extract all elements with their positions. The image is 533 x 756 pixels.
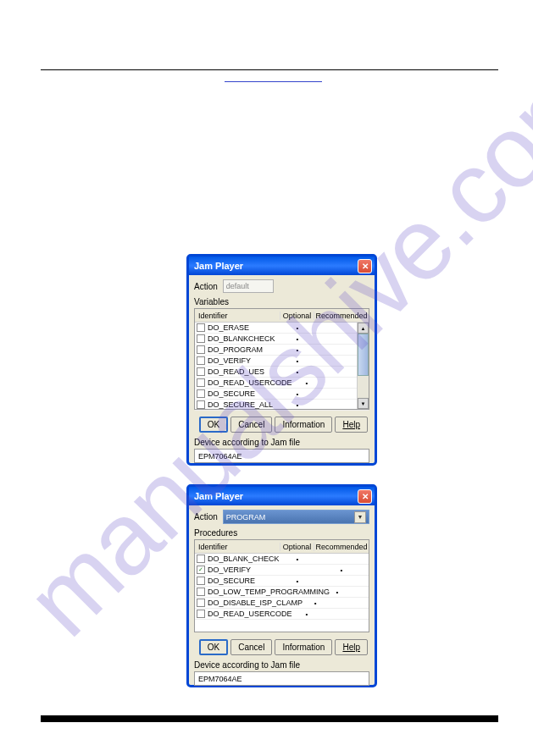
row-recommended: • [314,566,369,574]
titlebar: Jam Player ✕ [189,257,375,275]
checkbox[interactable] [197,334,205,343]
table-row: DO_PROGRAM• [195,345,369,356]
row-optional: • [330,588,345,596]
row-optional: • [280,357,314,365]
table-row: DO_READ_USERCODE• [195,378,369,389]
footer-bar [41,715,498,722]
row-identifier: DO_READ_USERCODE [208,610,292,618]
row-identifier: DO_ERASE [208,323,249,332]
procedures-label: Procedures [194,528,369,538]
table-row: DO_BLANK_CHECK• [195,554,369,565]
table-row: DO_READ_UES• [195,367,369,378]
checkbox[interactable] [197,610,205,618]
row-optional: • [292,379,322,387]
table-row: DO_DISABLE_ISP_CLAMP• [195,598,369,609]
row-optional: • [280,324,314,332]
procedures-table: Identifier Optional Recommended DO_BLANK… [194,539,369,632]
device-input[interactable] [194,449,369,463]
table-header-row: Identifier Optional Recommended [195,309,369,323]
table-row: DO_LOW_TEMP_PROGRAMMING• [195,587,369,598]
checkbox[interactable] [197,389,205,398]
action-select-value: PROGRAM [226,513,266,521]
action-label: Action [194,282,218,291]
checkbox[interactable] [197,367,205,376]
row-identifier: DO_READ_USERCODE [208,378,292,387]
row-identifier: DO_SECURE [208,577,255,585]
row-optional: • [280,346,314,354]
cancel-button[interactable]: Cancel [230,639,272,655]
dialog-title: Jam Player [194,491,243,501]
header-recommended: Recommended [314,543,369,551]
titlebar: Jam Player ✕ [189,487,375,505]
header-optional: Optional [280,543,314,551]
scrollbar[interactable]: ▲ ▼ [357,323,369,409]
information-button[interactable]: Information [275,639,332,655]
help-button[interactable]: Help [335,417,368,433]
row-identifier: DO_LOW_TEMP_PROGRAMMING [208,588,330,596]
jam-player-dialog-1: Jam Player ✕ Action Variables Identifier… [186,254,377,466]
checkbox[interactable] [197,577,205,585]
checkbox[interactable] [197,323,205,332]
cancel-button[interactable]: Cancel [230,417,272,433]
row-identifier: DO_BLANKCHECK [208,334,275,343]
table-row: DO_ERASE• [195,323,369,334]
table-row: ✓DO_VERIFY• [195,565,369,576]
table-header-row: Identifier Optional Recommended [195,540,369,554]
information-button[interactable]: Information [275,417,332,433]
row-optional: • [280,335,314,343]
variables-table: Identifier Optional Recommended DO_ERASE… [194,308,369,410]
variables-label: Variables [194,297,369,306]
header-identifier: Identifier [195,312,280,320]
header-recommended: Recommended [314,312,369,320]
row-optional: • [292,610,322,618]
table-row: DO_BLANKCHECK• [195,334,369,345]
scroll-thumb[interactable] [358,334,369,376]
row-identifier: DO_DISABLE_ISP_CLAMP [208,599,303,607]
checkbox[interactable]: ✓ [197,566,205,574]
table-row: DO_READ_USERCODE• [195,609,369,620]
checkbox[interactable] [197,588,205,596]
row-identifier: DO_VERIFY [208,356,251,365]
row-identifier: DO_SECURE_ALL [208,400,273,409]
row-optional: • [280,390,314,398]
row-identifier: DO_PROGRAM [208,345,263,354]
checkbox[interactable] [197,555,205,563]
row-identifier: DO_BLANK_CHECK [208,555,280,563]
ok-button[interactable]: OK [199,417,228,433]
close-icon[interactable]: ✕ [358,259,372,273]
ok-button[interactable]: OK [199,639,228,655]
scroll-down-icon[interactable]: ▼ [358,398,369,409]
checkbox[interactable] [197,345,205,354]
dialog-title: Jam Player [194,261,243,271]
jam-player-dialog-2: Jam Player ✕ Action PROGRAM ▼ Procedures… [186,484,377,687]
header-optional: Optional [280,312,314,320]
header-identifier: Identifier [195,543,280,551]
row-optional: • [280,368,314,376]
scroll-up-icon[interactable]: ▲ [358,323,369,334]
table-row: DO_SECURE_ALL• [195,400,369,411]
help-button[interactable]: Help [335,639,368,655]
action-input[interactable] [223,279,274,293]
row-identifier: DO_READ_UES [208,367,264,376]
device-label: Device according to Jam file [194,438,369,447]
chevron-down-icon[interactable]: ▼ [354,511,366,523]
table-row: DO_SECURE• [195,576,369,587]
row-optional: • [280,577,314,585]
row-identifier: DO_VERIFY [208,566,251,574]
header-underlined-link [225,80,322,82]
checkbox[interactable] [197,400,205,409]
device-label: Device according to Jam file [194,660,369,670]
checkbox[interactable] [197,378,205,387]
header-divider [41,69,498,70]
checkbox[interactable] [197,599,205,607]
checkbox[interactable] [197,356,205,365]
close-icon[interactable]: ✕ [358,489,372,504]
table-row: DO_SECURE• [195,389,369,400]
device-input[interactable] [194,671,369,686]
row-optional: • [280,555,314,563]
action-select[interactable]: PROGRAM ▼ [223,510,369,524]
row-optional: • [280,401,314,409]
row-identifier: DO_SECURE [208,389,255,398]
table-row: DO_VERIFY• [195,356,369,367]
row-optional: • [303,599,328,607]
